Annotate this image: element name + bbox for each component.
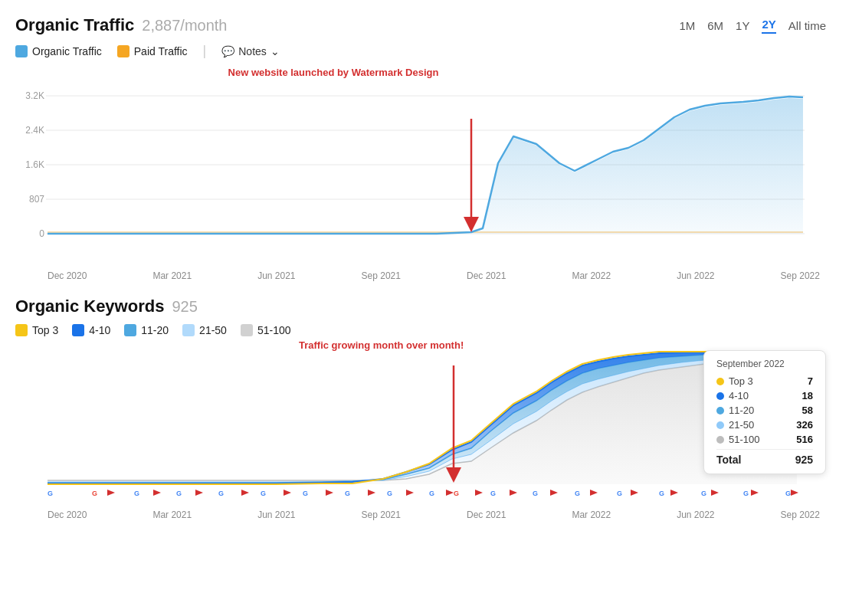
paid-legend-label: Paid Traffic: [134, 45, 188, 57]
11-20-label: 11-20: [141, 324, 169, 336]
tooltip-dot-51-100: [716, 436, 724, 444]
notes-button[interactable]: 💬 Notes ⌄: [221, 45, 280, 57]
svg-text:G: G: [261, 490, 266, 497]
kx-dec2021: Dec 2021: [467, 510, 506, 520]
legend-51-100[interactable]: 51-100: [241, 324, 291, 336]
svg-marker-43: [406, 490, 414, 496]
keywords-annotation: Traffic growing month over month!: [299, 339, 464, 351]
tooltip-dot-11-20: [716, 407, 724, 414]
traffic-chart-container: New website launched by Watermark Design…: [15, 65, 826, 281]
keywords-chart-container: Traffic growing month over month!: [15, 342, 826, 520]
svg-marker-42: [368, 490, 375, 496]
svg-text:G: G: [617, 490, 622, 497]
top3-label: Top 3: [32, 324, 58, 336]
svg-marker-38: [195, 490, 203, 496]
svg-text:807: 807: [29, 194, 44, 205]
tooltip-dot-21-50: [716, 421, 724, 429]
svg-marker-10: [48, 98, 803, 234]
svg-marker-51: [711, 490, 719, 496]
51-100-label: 51-100: [257, 324, 291, 336]
svg-marker-45: [475, 490, 483, 496]
kx-sep2021: Sep 2021: [362, 510, 401, 520]
legend-top3[interactable]: Top 3: [15, 324, 58, 336]
filter-1m[interactable]: 1M: [679, 19, 695, 32]
kx-sep2022: Sep 2022: [781, 510, 820, 520]
tooltip-divider: [716, 449, 813, 450]
keywords-section-header: Organic Keywords 925: [15, 297, 826, 316]
traffic-annotation: New website launched by Watermark Design: [228, 67, 439, 78]
keywords-legend: Top 3 4-10 11-20 21-50 51-100: [15, 324, 826, 336]
traffic-legend: Organic Traffic Paid Traffic | 💬 Notes ⌄: [15, 43, 826, 59]
filter-1y[interactable]: 1Y: [736, 19, 749, 32]
tooltip-row-4-10: 4-10 18: [716, 390, 813, 401]
filter-2y[interactable]: 2Y: [762, 18, 775, 34]
tooltip-dot-top3: [716, 378, 724, 385]
kx-jun2022: Jun 2022: [677, 510, 714, 520]
tooltip-val-21-50: 326: [796, 419, 813, 431]
11-20-swatch: [124, 324, 136, 336]
traffic-x-axis: Dec 2020 Mar 2021 Jun 2021 Sep 2021 Dec …: [15, 270, 826, 281]
51-100-swatch: [241, 324, 253, 336]
tooltip-total-label: Total: [716, 454, 741, 466]
x-label-sep2021: Sep 2021: [362, 270, 401, 281]
svg-text:G: G: [176, 490, 182, 497]
x-label-jun2022: Jun 2022: [677, 270, 714, 281]
keywords-section: Organic Keywords 925 Top 3 4-10 11-20 21…: [15, 297, 826, 520]
svg-text:3.2K: 3.2K: [25, 90, 44, 101]
tooltip-total-value: 925: [795, 454, 813, 466]
legend-paid[interactable]: Paid Traffic: [117, 45, 188, 57]
svg-text:1.6K: 1.6K: [25, 159, 44, 170]
notes-label: Notes: [238, 45, 267, 57]
filter-6m[interactable]: 6M: [707, 19, 723, 32]
21-50-label: 21-50: [199, 324, 227, 336]
svg-text:G: G: [345, 490, 350, 497]
kx-mar2022: Mar 2022: [572, 510, 611, 520]
filter-alltime[interactable]: All time: [788, 19, 826, 32]
notes-chevron-icon: ⌄: [270, 45, 280, 57]
tooltip-label-4-10: 4-10: [729, 390, 749, 401]
svg-text:0: 0: [39, 228, 44, 239]
keywords-title: Organic Keywords: [15, 297, 164, 316]
tooltip-val-top3: 7: [808, 375, 813, 387]
tooltip-label-21-50: 21-50: [729, 419, 754, 431]
legend-organic[interactable]: Organic Traffic: [15, 45, 102, 57]
svg-text:G: G: [533, 490, 538, 497]
svg-marker-37: [153, 490, 161, 496]
svg-marker-41: [326, 490, 333, 496]
svg-text:G: G: [575, 490, 580, 497]
svg-marker-48: [590, 490, 598, 496]
tooltip-date: September 2022: [716, 359, 813, 369]
svg-marker-53: [791, 490, 798, 496]
svg-marker-44: [446, 490, 454, 496]
tooltip-row-51-100: 51-100 516: [716, 434, 813, 445]
top3-swatch: [15, 324, 28, 336]
traffic-value: 2,887/month: [142, 17, 227, 34]
tooltip-label-11-20: 11-20: [729, 405, 754, 416]
svg-text:G: G: [701, 490, 706, 497]
legend-4-10[interactable]: 4-10: [72, 324, 110, 336]
svg-text:G: G: [429, 490, 434, 497]
svg-marker-46: [510, 490, 517, 496]
svg-marker-52: [751, 490, 759, 496]
21-50-swatch: [182, 324, 195, 336]
svg-text:G: G: [743, 490, 749, 497]
organic-color-swatch: [15, 45, 28, 57]
tooltip-val-4-10: 18: [802, 390, 813, 401]
legend-11-20[interactable]: 11-20: [124, 324, 169, 336]
x-label-dec2020: Dec 2020: [48, 270, 87, 281]
kx-jun2021: Jun 2021: [257, 510, 295, 520]
svg-text:G: G: [134, 490, 139, 497]
notes-icon: 💬: [221, 45, 234, 57]
traffic-title: Organic Traffic: [15, 15, 134, 35]
tooltip-row-top3: Top 3 7: [716, 375, 813, 387]
tooltip-row-21-50: 21-50 326: [716, 419, 813, 431]
tooltip-row-11-20: 11-20 58: [716, 405, 813, 416]
svg-text:G: G: [454, 490, 459, 497]
4-10-swatch: [72, 324, 84, 336]
4-10-label: 4-10: [89, 324, 110, 336]
svg-marker-40: [284, 490, 291, 496]
legend-21-50[interactable]: 21-50: [182, 324, 227, 336]
x-label-jun2021: Jun 2021: [257, 270, 295, 281]
legend-divider: |: [203, 43, 207, 59]
tooltip-val-51-100: 516: [796, 434, 813, 445]
